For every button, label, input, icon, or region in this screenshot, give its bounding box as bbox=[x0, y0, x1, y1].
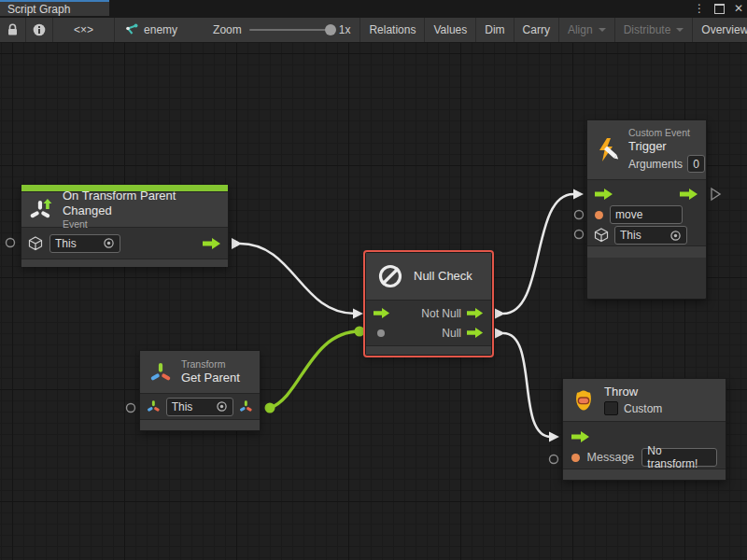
maximize-icon[interactable] bbox=[714, 4, 725, 14]
node-category: Transform bbox=[181, 358, 240, 371]
tab-script-graph[interactable]: Script Graph bbox=[0, 0, 109, 16]
custom-event-icon bbox=[595, 137, 621, 163]
wire-arrowhead bbox=[573, 189, 584, 200]
zoom-label: Zoom bbox=[213, 23, 242, 36]
arguments-count-field[interactable]: 0 bbox=[687, 155, 705, 173]
node-title: On Transform Parent Changed bbox=[63, 189, 228, 218]
message-label: Message bbox=[587, 451, 635, 464]
arguments-label: Arguments bbox=[628, 158, 683, 171]
node-category: Custom Event bbox=[628, 127, 705, 139]
port-circle-throw-message[interactable] bbox=[550, 455, 558, 464]
string-input-port[interactable] bbox=[595, 211, 603, 219]
node-title: Null Check bbox=[414, 269, 472, 284]
control-output-port[interactable] bbox=[680, 189, 698, 200]
port-triangle-trigger-out-open[interactable] bbox=[712, 189, 720, 200]
control-output-port[interactable] bbox=[203, 238, 221, 249]
message-field[interactable]: No transform! bbox=[641, 448, 717, 467]
port-circle-getparent-this[interactable] bbox=[127, 404, 135, 413]
this-dropdown[interactable]: This bbox=[166, 398, 234, 416]
transform-icon bbox=[148, 360, 173, 385]
this-dropdown[interactable]: This bbox=[49, 234, 120, 253]
custom-label: Custom bbox=[624, 402, 662, 415]
transform-event-icon bbox=[30, 198, 54, 222]
port-circle-event-this[interactable] bbox=[7, 239, 15, 247]
this-dropdown[interactable]: This bbox=[614, 226, 687, 245]
custom-checkbox[interactable] bbox=[604, 401, 618, 415]
node-on-transform-parent-changed[interactable]: On Transform Parent Changed Event This bbox=[21, 184, 229, 267]
cube-icon bbox=[594, 228, 609, 243]
port-dot-nullcheck-in[interactable] bbox=[355, 327, 365, 337]
wire-arrowhead bbox=[353, 309, 363, 319]
align-button[interactable]: Align bbox=[559, 18, 615, 42]
values-button[interactable]: Values bbox=[425, 18, 476, 42]
object-picker-icon[interactable] bbox=[216, 400, 228, 413]
cube-icon bbox=[28, 236, 43, 251]
null-check-icon bbox=[376, 262, 404, 290]
control-input-port[interactable] bbox=[595, 189, 613, 200]
throw-error-icon bbox=[571, 388, 596, 413]
zoom-value: 1x bbox=[339, 23, 351, 36]
string-input-port[interactable] bbox=[571, 454, 580, 462]
event-name-field[interactable]: move bbox=[610, 205, 683, 224]
graph-name: enemy bbox=[144, 23, 177, 36]
carry-button[interactable]: Carry bbox=[514, 18, 559, 42]
info-icon bbox=[33, 23, 46, 36]
control-input-port[interactable] bbox=[571, 431, 590, 442]
node-footer bbox=[587, 245, 706, 258]
wire-arrowhead bbox=[549, 432, 559, 442]
wire-getparent-to-nullcheck[interactable] bbox=[270, 331, 359, 408]
node-footer bbox=[366, 345, 491, 355]
graph-name-group[interactable]: enemy bbox=[115, 18, 187, 42]
code-view-button[interactable]: <×> bbox=[53, 18, 115, 42]
node-subtitle: Event bbox=[63, 218, 228, 231]
transform-output-port[interactable] bbox=[239, 399, 253, 413]
tab-label: Script Graph bbox=[7, 3, 70, 16]
close-icon[interactable]: ✕ bbox=[734, 0, 743, 18]
dim-button[interactable]: Dim bbox=[476, 18, 514, 42]
tab-strip: Script Graph ⋮ ✕ bbox=[0, 0, 747, 18]
object-picker-icon[interactable] bbox=[103, 237, 115, 249]
script-graph-asset-icon bbox=[124, 23, 138, 36]
lock-button[interactable] bbox=[0, 18, 26, 42]
chevron-down-icon bbox=[599, 28, 606, 32]
wire-notnull-to-trigger[interactable] bbox=[503, 194, 573, 314]
node-title: Throw bbox=[604, 385, 662, 399]
kebab-menu-icon[interactable]: ⋮ bbox=[694, 0, 705, 18]
zoom-slider[interactable] bbox=[249, 29, 331, 31]
overview-button[interactable]: Overview bbox=[693, 18, 747, 42]
info-button[interactable] bbox=[26, 18, 53, 42]
node-footer bbox=[140, 419, 260, 430]
graph-canvas[interactable]: On Transform Parent Changed Event This bbox=[0, 43, 747, 560]
object-picker-icon[interactable] bbox=[669, 230, 682, 242]
port-circle-trigger-target[interactable] bbox=[575, 231, 584, 239]
wire-event-to-nullcheck[interactable] bbox=[240, 244, 355, 314]
graph-toolbar: <×> enemy Zoom 1x Relations Values Dim C… bbox=[0, 18, 747, 43]
null-label: Null bbox=[442, 327, 461, 340]
control-input-port[interactable] bbox=[374, 308, 390, 318]
zoom-slider-handle[interactable] bbox=[325, 24, 336, 35]
titlebar-buttons: ⋮ ✕ bbox=[694, 0, 743, 18]
code-icon: <×> bbox=[74, 23, 93, 36]
wire-null-to-throw[interactable] bbox=[503, 333, 551, 437]
node-get-parent[interactable]: Transform Get Parent This bbox=[139, 350, 261, 431]
transform-input-port[interactable] bbox=[147, 399, 161, 413]
node-title: Trigger bbox=[628, 139, 705, 154]
lock-icon bbox=[7, 23, 19, 36]
port-circle-trigger-name[interactable] bbox=[575, 211, 584, 219]
not-null-output-port[interactable] bbox=[467, 308, 484, 318]
node-title: Get Parent bbox=[181, 371, 240, 385]
script-graph-window: Script Graph ⋮ ✕ <×> bbox=[0, 0, 747, 560]
not-null-label: Not Null bbox=[421, 307, 461, 320]
node-throw[interactable]: Throw Custom Message No bbox=[562, 378, 726, 481]
node-footer bbox=[21, 259, 228, 267]
null-output-port[interactable] bbox=[467, 328, 484, 338]
value-input-port[interactable] bbox=[377, 329, 385, 337]
distribute-button[interactable]: Distribute bbox=[615, 18, 694, 42]
relations-button[interactable]: Relations bbox=[360, 18, 425, 42]
zoom-control: Zoom 1x bbox=[204, 18, 360, 42]
node-null-check[interactable]: Null Check Not Null Null bbox=[365, 252, 492, 356]
node-trigger-custom-event[interactable]: Custom Event Trigger Arguments 0 bbox=[586, 119, 707, 300]
chevron-down-icon bbox=[676, 28, 684, 32]
